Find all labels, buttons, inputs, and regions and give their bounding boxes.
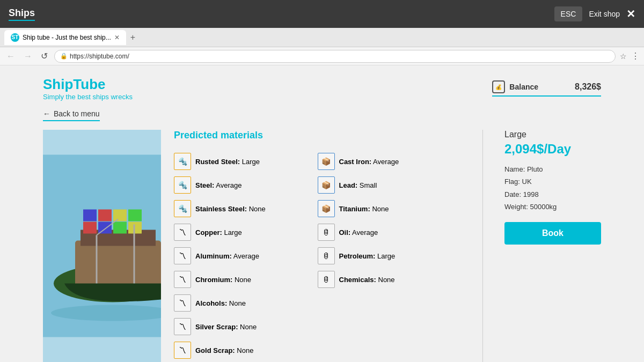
info-panel: Large 2,094$/Day Name: Pluto Flag: UK Da…	[504, 130, 601, 362]
back-to-menu-button[interactable]: ← Back to menu	[43, 109, 100, 121]
flag-value: UK	[522, 178, 532, 186]
back-nav-button[interactable]: ←	[4, 50, 17, 62]
stainless-steel-icon: 🔩	[174, 200, 191, 217]
site-title: ShipTube	[43, 76, 133, 93]
site-header: ShipTube Simply the best ships wrecks 💰 …	[43, 76, 601, 101]
add-tab-button[interactable]: +	[130, 33, 135, 42]
weight-label: Weight:	[504, 203, 528, 211]
name-value: Pluto	[527, 165, 543, 173]
chemicals-icon: 🛢	[318, 271, 335, 288]
cast-iron-icon: 📦	[318, 153, 335, 170]
list-item: 📦 Lead: Small	[318, 173, 462, 197]
oil-icon: 🛢	[318, 224, 335, 241]
app-bar-controls: ESC Exit shop ✕	[554, 6, 635, 21]
lead-icon: 📦	[318, 176, 335, 194]
titanium-icon: 📦	[318, 200, 335, 217]
list-item: 🛢 Oil: Average	[318, 220, 462, 244]
flag-label: Flag:	[504, 178, 520, 186]
svg-rect-6	[113, 222, 127, 234]
browser-chrome: ST Ship tube - Just the best ship... ✕ +	[0, 28, 644, 47]
exit-shop-button[interactable]: Exit shop	[589, 10, 620, 18]
materials-title: Predicted materials	[174, 130, 461, 141]
balance-label: Balance	[509, 83, 538, 91]
list-item: 📦 Titanium: None	[318, 197, 462, 220]
gold-scrap-icon: 〽	[174, 342, 191, 359]
main-layout: Predicted materials 🔩 Rusted Steel: Larg…	[43, 130, 601, 362]
tab-close-icon[interactable]: ✕	[114, 34, 120, 41]
materials-grid: 🔩 Rusted Steel: Large 🔩 Steel: Average 🔩…	[174, 150, 461, 291]
oil-label: Oil: Average	[339, 228, 378, 237]
section-divider	[482, 130, 483, 362]
site-subtitle: Simply the best ships wrecks	[43, 93, 133, 101]
page-content: ShipTube Simply the best ships wrecks 💰 …	[0, 65, 644, 362]
silver-scrap-label: Silver Scrap: None	[195, 323, 257, 331]
svg-rect-8	[83, 210, 97, 221]
weight-value: 50000kg	[530, 203, 557, 211]
more-options-button[interactable]: ⋮	[631, 51, 640, 61]
ship-size-label: Large	[504, 130, 601, 139]
petroleum-label: Petroleum: Large	[339, 252, 396, 260]
materials-left-column: 🔩 Rusted Steel: Large 🔩 Steel: Average 🔩…	[174, 150, 318, 291]
book-button[interactable]: Book	[504, 222, 601, 245]
ship-price: 2,094$/Day	[504, 142, 601, 157]
gold-scrap-label: Gold Scrap: None	[195, 346, 253, 354]
list-item: 🛢 Petroleum: Large	[318, 244, 462, 268]
browser-tab[interactable]: ST Ship tube - Just the best ship... ✕	[4, 30, 126, 45]
name-label: Name:	[504, 165, 525, 173]
site-branding: ShipTube Simply the best ships wrecks	[43, 76, 133, 101]
copper-icon: 〽	[174, 224, 191, 241]
svg-rect-2	[75, 241, 161, 286]
materials-right-column: 📦 Cast Iron: Average 📦 Lead: Small 📦 Tit…	[318, 150, 462, 291]
materials-section: Predicted materials 🔩 Rusted Steel: Larg…	[174, 130, 461, 362]
ship-details: Name: Pluto Flag: UK Date: 1998 Weight: …	[504, 163, 601, 213]
esc-button[interactable]: ESC	[554, 6, 583, 21]
svg-rect-10	[113, 210, 127, 221]
forward-nav-button[interactable]: →	[21, 50, 34, 62]
ship-image-area	[43, 130, 161, 362]
rusted-steel-label: Rusted Steel: Large	[195, 158, 260, 166]
app-title: Ships	[9, 8, 35, 21]
back-arrow-icon: ←	[43, 109, 50, 118]
svg-rect-4	[83, 222, 97, 234]
svg-rect-9	[98, 210, 112, 221]
silver-scrap-icon: 〽	[174, 318, 191, 335]
close-button[interactable]: ✕	[626, 8, 635, 20]
balance-value: 8,326$	[575, 82, 601, 92]
back-btn-label: Back to menu	[54, 109, 100, 118]
lead-label: Lead: Small	[339, 181, 377, 189]
titanium-label: Titanium: None	[339, 205, 389, 213]
lock-icon: 🔒	[60, 53, 68, 60]
url-text: https://shiptube.com/	[70, 53, 129, 60]
chemicals-label: Chemicals: None	[339, 276, 395, 284]
standalone-materials: 〽 Alcohols: None 〽 Silver Scrap: None 〽 …	[174, 291, 461, 362]
list-item: 〽 Alcohols: None	[174, 291, 461, 315]
steel-label: Steel: Average	[195, 181, 242, 189]
url-bar[interactable]: 🔒 https://shiptube.com/	[54, 50, 616, 63]
steel-icon: 🔩	[174, 176, 191, 194]
refresh-nav-button[interactable]: ↺	[39, 50, 50, 62]
list-item: 〽 Copper: Large	[174, 220, 318, 244]
stainless-steel-label: Stainless Steel: None	[195, 205, 266, 213]
tab-title: Ship tube - Just the best ship...	[23, 34, 111, 41]
balance-section: 💰 Balance 8,326$	[492, 80, 601, 97]
list-item: 🛢 Chemicals: None	[318, 268, 462, 291]
list-item: 🔩 Steel: Average	[174, 173, 318, 197]
list-item: 〽 Gold Scrap: None	[174, 338, 461, 362]
chromium-label: Chromium: None	[195, 276, 251, 284]
app-bar: Ships ESC Exit shop ✕	[0, 0, 644, 28]
date-value: 1998	[523, 190, 539, 198]
cast-iron-label: Cast Iron: Average	[339, 158, 399, 166]
list-item: 〽 Silver Scrap: None	[174, 315, 461, 338]
aluminum-label: Aluminum: Average	[195, 252, 259, 260]
bookmark-button[interactable]: ☆	[620, 52, 627, 61]
balance-icon: 💰	[492, 80, 505, 93]
date-label: Date:	[504, 190, 521, 198]
alcohols-icon: 〽	[174, 294, 191, 312]
list-item: 🔩 Rusted Steel: Large	[174, 150, 318, 173]
list-item: 📦 Cast Iron: Average	[318, 150, 462, 173]
copper-label: Copper: Large	[195, 228, 242, 237]
rusted-steel-icon: 🔩	[174, 153, 191, 170]
petroleum-icon: 🛢	[318, 247, 335, 264]
chromium-icon: 〽	[174, 271, 191, 288]
list-item: 🔩 Stainless Steel: None	[174, 197, 318, 220]
